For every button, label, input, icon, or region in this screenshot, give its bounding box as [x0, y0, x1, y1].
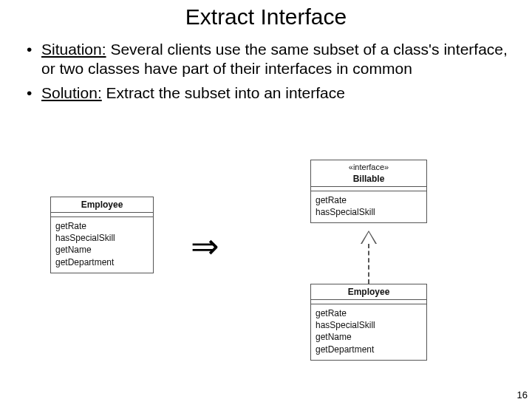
- bullet-text: Several clients use the same subset of a…: [41, 41, 508, 77]
- uml-op: getName: [316, 331, 422, 343]
- uml-op: getDepartment: [55, 256, 149, 268]
- uml-class-name: Billable: [311, 171, 426, 187]
- uml-stereotype: «interface»: [311, 160, 426, 171]
- bullet-solution: Solution: Extract the subset into an int…: [30, 83, 511, 103]
- uml-op: getRate: [316, 194, 422, 206]
- slide: Extract Interface Situation: Several cli…: [0, 4, 532, 399]
- uml-class-name: Employee: [311, 284, 426, 300]
- uml-op: hasSpecialSkill: [316, 206, 422, 218]
- bullet-situation: Situation: Several clients use the same …: [30, 40, 511, 79]
- uml-op: hasSpecialSkill: [316, 319, 422, 331]
- bullet-list: Situation: Several clients use the same …: [30, 40, 511, 103]
- uml-billable-interface: «interface» Billable getRate hasSpecialS…: [310, 160, 427, 223]
- uml-ops: getRate hasSpecialSkill getName getDepar…: [51, 217, 153, 273]
- uml-op: hasSpecialSkill: [55, 232, 149, 244]
- transform-arrow-icon: ⇒: [191, 226, 219, 266]
- realization-arrowhead-fill: [362, 232, 375, 244]
- uml-employee-before: Employee getRate hasSpecialSkill getName…: [50, 197, 154, 273]
- page-number: 16: [517, 389, 528, 399]
- uml-diagram: Employee getRate hasSpecialSkill getName…: [0, 160, 532, 381]
- uml-class-name: Employee: [51, 197, 153, 213]
- uml-ops: getRate hasSpecialSkill getName getDepar…: [311, 304, 426, 360]
- bullet-label: Situation:: [41, 41, 106, 58]
- uml-ops: getRate hasSpecialSkill: [311, 191, 426, 222]
- realization-line: [368, 244, 369, 284]
- bullet-text: Extract the subset into an interface: [102, 84, 345, 101]
- uml-op: getName: [55, 244, 149, 256]
- page-title: Extract Interface: [0, 4, 532, 30]
- bullet-label: Solution:: [41, 84, 102, 101]
- uml-op: getRate: [55, 220, 149, 232]
- uml-op: getRate: [316, 307, 422, 319]
- uml-employee-after: Employee getRate hasSpecialSkill getName…: [310, 284, 427, 361]
- uml-op: getDepartment: [316, 344, 422, 355]
